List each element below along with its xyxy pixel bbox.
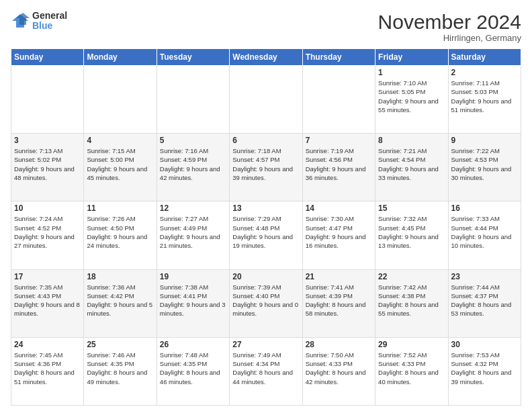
calendar-cell-4-6: 22Sunrise: 7:42 AM Sunset: 4:38 PM Dayli…: [375, 269, 448, 337]
location: Hirrlingen, Germany: [378, 33, 521, 43]
day-number: 18: [87, 272, 153, 281]
day-info: Sunrise: 7:18 AM Sunset: 4:57 PM Dayligh…: [232, 146, 299, 182]
day-number: 21: [306, 272, 372, 281]
calendar-cell-2-1: 3Sunrise: 7:13 AM Sunset: 5:02 PM Daylig…: [11, 134, 84, 201]
calendar-cell-3-5: 14Sunrise: 7:30 AM Sunset: 4:47 PM Dayli…: [302, 201, 375, 269]
day-info: Sunrise: 7:48 AM Sunset: 4:35 PM Dayligh…: [160, 351, 226, 386]
calendar-cell-1-3: [157, 66, 229, 134]
calendar-cell-4-1: 17Sunrise: 7:35 AM Sunset: 4:43 PM Dayli…: [11, 269, 84, 337]
day-info: Sunrise: 7:36 AM Sunset: 4:42 PM Dayligh…: [87, 283, 153, 318]
calendar-cell-5-3: 26Sunrise: 7:48 AM Sunset: 4:35 PM Dayli…: [157, 337, 229, 405]
calendar-cell-1-4: [230, 66, 302, 134]
logo: General Blue: [11, 11, 67, 32]
calendar-week-2: 3Sunrise: 7:13 AM Sunset: 5:02 PM Daylig…: [11, 134, 521, 201]
header-sunday: Sunday: [11, 49, 84, 66]
day-info: Sunrise: 7:26 AM Sunset: 4:50 PM Dayligh…: [87, 214, 153, 250]
day-info: Sunrise: 7:10 AM Sunset: 5:05 PM Dayligh…: [378, 79, 445, 114]
day-info: Sunrise: 7:15 AM Sunset: 5:00 PM Dayligh…: [87, 146, 153, 182]
day-number: 19: [160, 272, 226, 281]
calendar-cell-2-5: 7Sunrise: 7:19 AM Sunset: 4:56 PM Daylig…: [302, 134, 375, 201]
calendar-table: Sunday Monday Tuesday Wednesday Thursday…: [11, 48, 521, 406]
day-number: 12: [160, 203, 226, 213]
title-section: November 2024 Hirrlingen, Germany: [378, 11, 521, 43]
header-wednesday: Wednesday: [230, 49, 302, 66]
day-number: 28: [306, 340, 372, 349]
calendar-cell-4-4: 20Sunrise: 7:39 AM Sunset: 4:40 PM Dayli…: [230, 269, 302, 337]
calendar-cell-1-1: [11, 66, 84, 134]
day-number: 1: [378, 68, 445, 77]
calendar-week-5: 24Sunrise: 7:45 AM Sunset: 4:36 PM Dayli…: [11, 337, 521, 405]
header-thursday: Thursday: [302, 49, 375, 66]
day-number: 26: [160, 340, 226, 349]
header-friday: Friday: [375, 49, 448, 66]
header-monday: Monday: [84, 49, 157, 66]
logo-general-text: General: [32, 11, 67, 21]
day-info: Sunrise: 7:44 AM Sunset: 4:37 PM Dayligh…: [451, 283, 518, 318]
calendar-cell-5-2: 25Sunrise: 7:46 AM Sunset: 4:35 PM Dayli…: [84, 337, 157, 405]
calendar-cell-4-5: 21Sunrise: 7:41 AM Sunset: 4:39 PM Dayli…: [302, 269, 375, 337]
page: General Blue November 2024 Hirrlingen, G…: [0, 0, 532, 411]
calendar-cell-5-1: 24Sunrise: 7:45 AM Sunset: 4:36 PM Dayli…: [11, 337, 84, 405]
month-title: November 2024: [378, 11, 521, 33]
day-number: 24: [14, 340, 81, 349]
day-number: 20: [232, 272, 299, 281]
day-info: Sunrise: 7:52 AM Sunset: 4:33 PM Dayligh…: [378, 351, 445, 386]
day-info: Sunrise: 7:53 AM Sunset: 4:32 PM Dayligh…: [451, 351, 518, 386]
calendar-cell-3-1: 10Sunrise: 7:24 AM Sunset: 4:52 PM Dayli…: [11, 201, 84, 269]
calendar-cell-5-6: 29Sunrise: 7:52 AM Sunset: 4:33 PM Dayli…: [375, 337, 448, 405]
calendar-cell-2-4: 6Sunrise: 7:18 AM Sunset: 4:57 PM Daylig…: [230, 134, 302, 201]
calendar-cell-4-7: 23Sunrise: 7:44 AM Sunset: 4:37 PM Dayli…: [448, 269, 521, 337]
day-number: 6: [232, 136, 299, 145]
calendar-cell-3-3: 12Sunrise: 7:27 AM Sunset: 4:49 PM Dayli…: [157, 201, 229, 269]
day-info: Sunrise: 7:19 AM Sunset: 4:56 PM Dayligh…: [306, 146, 372, 182]
day-number: 3: [14, 136, 81, 145]
day-number: 2: [451, 68, 518, 77]
calendar-cell-5-7: 30Sunrise: 7:53 AM Sunset: 4:32 PM Dayli…: [448, 337, 521, 405]
calendar-header-row: Sunday Monday Tuesday Wednesday Thursday…: [11, 49, 521, 66]
day-info: Sunrise: 7:38 AM Sunset: 4:41 PM Dayligh…: [160, 283, 226, 318]
day-number: 22: [378, 272, 445, 281]
day-number: 25: [87, 340, 153, 349]
day-number: 15: [378, 203, 445, 213]
day-info: Sunrise: 7:24 AM Sunset: 4:52 PM Dayligh…: [14, 214, 81, 250]
day-number: 29: [378, 340, 445, 349]
header-tuesday: Tuesday: [157, 49, 229, 66]
day-info: Sunrise: 7:42 AM Sunset: 4:38 PM Dayligh…: [378, 283, 445, 318]
logo-icon: [11, 11, 30, 30]
day-number: 27: [232, 340, 299, 349]
calendar-cell-5-4: 27Sunrise: 7:49 AM Sunset: 4:34 PM Dayli…: [230, 337, 302, 405]
header-saturday: Saturday: [448, 49, 521, 66]
day-info: Sunrise: 7:29 AM Sunset: 4:48 PM Dayligh…: [232, 214, 299, 250]
day-number: 7: [306, 136, 372, 145]
day-number: 30: [451, 340, 518, 349]
day-number: 13: [232, 203, 299, 213]
day-info: Sunrise: 7:49 AM Sunset: 4:34 PM Dayligh…: [232, 351, 299, 386]
calendar-cell-3-7: 16Sunrise: 7:33 AM Sunset: 4:44 PM Dayli…: [448, 201, 521, 269]
day-info: Sunrise: 7:32 AM Sunset: 4:45 PM Dayligh…: [378, 214, 445, 250]
day-info: Sunrise: 7:41 AM Sunset: 4:39 PM Dayligh…: [306, 283, 372, 318]
calendar-week-1: 1Sunrise: 7:10 AM Sunset: 5:05 PM Daylig…: [11, 66, 521, 134]
day-info: Sunrise: 7:45 AM Sunset: 4:36 PM Dayligh…: [14, 351, 81, 386]
calendar-cell-1-6: 1Sunrise: 7:10 AM Sunset: 5:05 PM Daylig…: [375, 66, 448, 134]
calendar-cell-3-4: 13Sunrise: 7:29 AM Sunset: 4:48 PM Dayli…: [230, 201, 302, 269]
calendar-cell-3-2: 11Sunrise: 7:26 AM Sunset: 4:50 PM Dayli…: [84, 201, 157, 269]
logo-text: General Blue: [32, 11, 67, 32]
day-number: 16: [451, 203, 518, 213]
day-info: Sunrise: 7:46 AM Sunset: 4:35 PM Dayligh…: [87, 351, 153, 386]
calendar-week-3: 10Sunrise: 7:24 AM Sunset: 4:52 PM Dayli…: [11, 201, 521, 269]
calendar-cell-2-7: 9Sunrise: 7:22 AM Sunset: 4:53 PM Daylig…: [448, 134, 521, 201]
day-info: Sunrise: 7:21 AM Sunset: 4:54 PM Dayligh…: [378, 146, 445, 182]
calendar-cell-2-2: 4Sunrise: 7:15 AM Sunset: 5:00 PM Daylig…: [84, 134, 157, 201]
day-info: Sunrise: 7:33 AM Sunset: 4:44 PM Dayligh…: [451, 214, 518, 250]
calendar-cell-1-2: [84, 66, 157, 134]
day-info: Sunrise: 7:50 AM Sunset: 4:33 PM Dayligh…: [306, 351, 372, 386]
day-number: 8: [378, 136, 445, 145]
day-number: 14: [306, 203, 372, 213]
day-number: 9: [451, 136, 518, 145]
day-info: Sunrise: 7:16 AM Sunset: 4:59 PM Dayligh…: [160, 146, 226, 182]
calendar-cell-2-3: 5Sunrise: 7:16 AM Sunset: 4:59 PM Daylig…: [157, 134, 229, 201]
day-info: Sunrise: 7:22 AM Sunset: 4:53 PM Dayligh…: [451, 146, 518, 182]
logo-blue-text: Blue: [32, 21, 67, 31]
day-number: 11: [87, 203, 153, 213]
day-number: 5: [160, 136, 226, 145]
